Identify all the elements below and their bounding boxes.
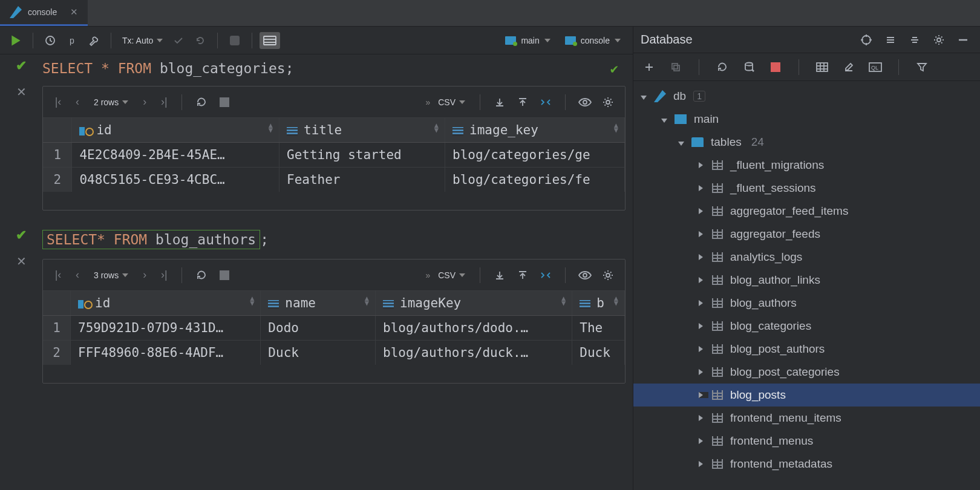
row-count[interactable]: 2 rows — [94, 97, 128, 107]
chevron-right-icon[interactable] — [699, 162, 708, 168]
edit-button[interactable] — [840, 59, 857, 76]
view-button[interactable] — [577, 267, 593, 284]
first-page-icon[interactable]: |‹ — [51, 269, 65, 281]
tree-table-node[interactable]: blog_post_categories — [633, 361, 980, 384]
tree-table-node[interactable]: blog_post_authors — [633, 338, 980, 361]
tree-table-node[interactable]: blog_author_links — [633, 269, 980, 292]
tree-db-node[interactable]: db 1 — [633, 85, 980, 108]
database-tree[interactable]: db 1 main tables 24 _fluent_migrations _… — [633, 81, 980, 490]
rollback-button[interactable] — [191, 31, 210, 50]
tree-table-node[interactable]: frontend_menu_items — [633, 407, 980, 430]
stop-button[interactable] — [216, 267, 233, 284]
expand-button[interactable] — [881, 30, 900, 50]
export-format[interactable]: CSV — [438, 270, 465, 280]
close-icon[interactable]: ✕ — [16, 254, 27, 269]
column-header[interactable]: id▲▼ — [72, 118, 279, 143]
close-icon[interactable]: ✕ — [70, 7, 78, 18]
chevron-down-icon[interactable] — [661, 113, 671, 126]
tree-table-node[interactable]: _fluent_sessions — [633, 177, 980, 200]
next-page-icon[interactable]: › — [138, 96, 151, 108]
collapse-button[interactable] — [905, 30, 924, 50]
cell[interactable]: Duck — [261, 341, 376, 365]
sync-button[interactable] — [740, 59, 757, 76]
chevron-right-icon[interactable] — [699, 323, 708, 329]
tab-console[interactable]: console ✕ — [0, 0, 88, 26]
tx-mode[interactable]: Tx: Auto — [122, 36, 163, 45]
duplicate-button[interactable] — [667, 59, 684, 76]
close-icon[interactable]: ✕ — [16, 85, 27, 99]
cell[interactable]: 759D921D-07D9-431D… — [71, 316, 261, 341]
sort-icon[interactable]: ▲▼ — [614, 296, 618, 305]
chevron-right-icon[interactable] — [699, 346, 708, 352]
export-format[interactable]: CSV — [438, 97, 465, 107]
stop-button[interactable] — [225, 31, 244, 50]
chevron-right-icon[interactable] — [699, 461, 708, 467]
reload-button[interactable] — [193, 94, 210, 111]
tree-table-node[interactable]: blog_categories — [633, 315, 980, 338]
playground-button[interactable]: p — [62, 31, 82, 50]
console-selector[interactable]: console — [565, 36, 621, 45]
export-button[interactable] — [514, 267, 531, 284]
settings-button[interactable] — [929, 30, 949, 50]
last-page-icon[interactable]: ›| — [157, 269, 171, 281]
output-mode-button[interactable] — [260, 32, 280, 49]
table-view-button[interactable] — [814, 59, 831, 76]
table-row[interactable]: 2FFF48960-88E6-4ADF…Duckblog/authors/duc… — [43, 341, 625, 365]
cell[interactable]: 4E2C8409-2B4E-45AE… — [72, 143, 279, 168]
sort-icon[interactable]: ▲▼ — [250, 296, 254, 305]
next-page-icon[interactable]: › — [138, 269, 151, 281]
chevron-down-icon[interactable] — [678, 136, 688, 149]
add-button[interactable] — [641, 59, 658, 76]
more-icon[interactable]: » — [425, 97, 428, 107]
stop-button[interactable] — [216, 94, 233, 111]
cell[interactable]: blog/authors/dodo.… — [376, 316, 572, 341]
tree-table-node[interactable]: aggregator_feeds — [633, 223, 980, 246]
cell[interactable]: Dodo — [261, 316, 376, 341]
wrench-button[interactable] — [84, 31, 103, 50]
reload-button[interactable] — [193, 267, 210, 284]
chevron-right-icon[interactable] — [699, 208, 708, 214]
compare-button[interactable] — [537, 94, 554, 111]
ql-button[interactable]: QL — [867, 59, 884, 76]
table-row[interactable]: 1759D921D-07D9-431D…Dodoblog/authors/dod… — [43, 316, 625, 341]
column-header[interactable]: title▲▼ — [279, 118, 445, 143]
chevron-right-icon[interactable] — [699, 300, 708, 306]
sort-icon[interactable]: ▲▼ — [561, 296, 566, 305]
first-page-icon[interactable]: |‹ — [51, 96, 65, 108]
filter-button[interactable] — [913, 59, 930, 76]
cell[interactable]: The — [572, 316, 625, 341]
chevron-down-icon[interactable] — [641, 90, 650, 103]
cell[interactable]: Getting started — [279, 143, 445, 168]
view-button[interactable] — [577, 94, 593, 111]
chevron-right-icon[interactable] — [699, 185, 708, 191]
column-header[interactable]: id▲▼ — [71, 291, 261, 316]
schema-selector[interactable]: main — [505, 36, 550, 45]
last-page-icon[interactable]: ›| — [157, 96, 171, 108]
row-count[interactable]: 3 rows — [94, 270, 128, 280]
chevron-right-icon[interactable] — [699, 369, 708, 375]
cell[interactable]: blog/categories/ge — [445, 143, 625, 168]
tree-table-node[interactable]: frontend_menus — [633, 430, 980, 452]
chevron-right-icon[interactable] — [699, 254, 708, 260]
history-button[interactable] — [41, 31, 60, 50]
tree-table-node[interactable]: blog_authors — [633, 292, 980, 315]
commit-button[interactable] — [169, 31, 188, 50]
stop-conn-button[interactable] — [767, 59, 784, 76]
sql-statement[interactable]: SELECT* FROM blog_authors — [42, 230, 260, 249]
tree-table-node[interactable]: aggregator_feed_items — [633, 200, 980, 223]
cell[interactable]: blog/categories/fe — [445, 168, 625, 192]
minimize-button[interactable] — [953, 30, 973, 50]
column-header[interactable]: imageKey▲▼ — [376, 291, 572, 316]
sort-icon[interactable]: ▲▼ — [269, 123, 273, 132]
chevron-right-icon[interactable] — [699, 438, 708, 444]
export-button[interactable] — [514, 94, 531, 111]
chevron-right-icon[interactable] — [699, 277, 708, 283]
settings-button[interactable] — [599, 267, 616, 284]
column-header[interactable]: image_key▲▼ — [445, 118, 625, 143]
prev-page-icon[interactable]: ‹ — [71, 269, 84, 281]
cell[interactable]: blog/authors/duck.… — [376, 341, 572, 365]
table-row[interactable]: 14E2C8409-2B4E-45AE…Getting startedblog/… — [43, 143, 625, 168]
tree-schema-node[interactable]: main — [633, 108, 980, 131]
import-button[interactable] — [491, 94, 508, 111]
tree-table-node[interactable]: frontend_metadatas — [633, 452, 980, 475]
